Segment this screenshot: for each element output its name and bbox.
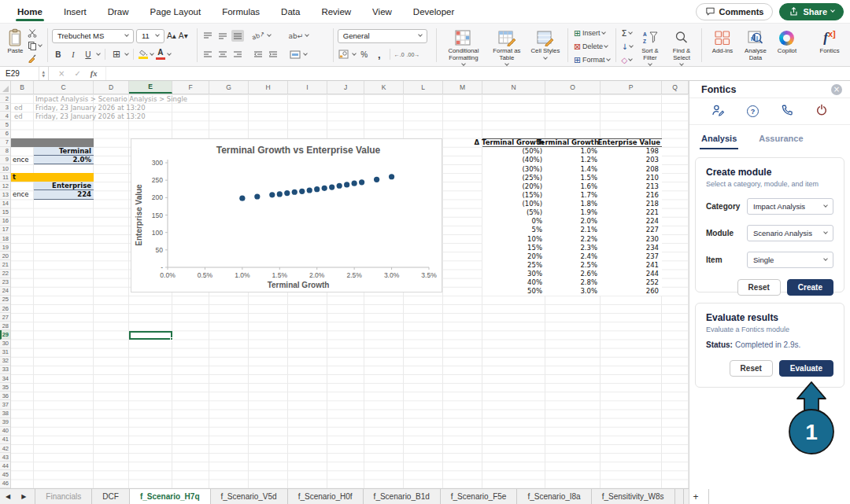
borders-button[interactable]: ⊞ (110, 49, 123, 61)
comments-button[interactable]: Comments (696, 3, 774, 20)
accounting-format-button[interactable] (338, 49, 350, 61)
table-cell[interactable]: 1.6% (545, 182, 601, 190)
table-cell[interactable]: 2.1% (545, 226, 601, 234)
close-pane-icon[interactable]: × (831, 84, 842, 95)
format-as-table-button[interactable]: Format as Table (486, 26, 527, 67)
row-header-16[interactable]: 16 (0, 217, 10, 226)
row-header-25[interactable]: 25 (0, 296, 10, 304)
font-size-select[interactable]: 11 (136, 29, 164, 43)
decrease-decimal-button[interactable]: .00→ (407, 52, 420, 57)
evaluate-button[interactable]: Evaluate (779, 360, 833, 377)
row-header-39[interactable]: 39 (0, 418, 10, 427)
table-cell[interactable]: 1.7% (545, 190, 601, 199)
table-cell[interactable]: 10% (482, 234, 545, 243)
share-button[interactable]: Share (779, 3, 844, 20)
fontics-button[interactable]: fx] Fontics (812, 26, 847, 57)
row-header-31[interactable]: 31 (0, 348, 10, 357)
row-header-15[interactable]: 15 (0, 208, 10, 217)
table-cell[interactable]: 2.0% (545, 217, 601, 226)
phone-icon[interactable] (781, 104, 793, 120)
table-cell[interactable]: 15% (482, 243, 545, 252)
number-format-select[interactable]: General (338, 29, 427, 43)
sheet-tab-f_Scenario_V5d[interactable]: f_Scenario_V5d (211, 489, 288, 504)
percent-style-button[interactable]: % (358, 49, 371, 61)
select-all-corner[interactable] (0, 81, 11, 94)
chevron-down-icon[interactable] (167, 51, 172, 56)
row-header-27[interactable]: 27 (0, 313, 10, 322)
font-color-button[interactable]: A (156, 49, 165, 60)
row-header-41[interactable]: 41 (0, 436, 10, 444)
table-cell[interactable]: 1.9% (545, 208, 601, 217)
profile-edit-icon[interactable] (711, 104, 725, 120)
row-header-10[interactable]: 10 (0, 164, 10, 173)
table-cell[interactable]: (5%) (482, 208, 545, 217)
create-reset-button[interactable]: Reset (737, 279, 781, 296)
table-cell[interactable]: 30% (482, 269, 545, 278)
row-header-43[interactable]: 43 (0, 453, 10, 462)
sheet-tab-f_Scenario_H0f[interactable]: f_Scenario_H0f (288, 489, 364, 504)
formula-input[interactable] (105, 67, 850, 80)
row-header-44[interactable]: 44 (0, 462, 10, 470)
table-cell[interactable]: 221 (601, 208, 662, 217)
row-header-35[interactable]: 35 (0, 383, 10, 392)
table-cell[interactable]: 2.4% (545, 252, 601, 260)
table-cell[interactable]: 1.8% (545, 199, 601, 208)
output-section-band[interactable]: t (11, 173, 94, 182)
row-header-21[interactable]: 21 (0, 260, 10, 269)
input-section-band[interactable] (11, 138, 94, 147)
analyse-data-button[interactable]: Analyse Data (739, 26, 772, 63)
row-header-45[interactable]: 45 (0, 470, 10, 479)
row-header-17[interactable]: 17 (0, 226, 10, 234)
menu-tab-home[interactable]: Home (17, 0, 42, 23)
enter-icon[interactable]: ✓ (74, 69, 80, 78)
prev-sheet-icon[interactable]: ◀ (0, 489, 16, 504)
cell-created-fragment[interactable]: ed (14, 104, 23, 112)
row-header-6[interactable]: 6 (0, 130, 10, 138)
cell-styles-button[interactable]: Cell Styles (527, 26, 564, 61)
row-header-37[interactable]: 37 (0, 400, 10, 409)
row-header-40[interactable]: 40 (0, 427, 10, 436)
column-header-E[interactable]: E (129, 81, 172, 94)
table-cell[interactable]: 237 (601, 252, 662, 260)
table-cell[interactable]: 5% (482, 226, 545, 234)
align-bottom-button[interactable] (231, 30, 244, 42)
table-cell[interactable]: 1.0% (545, 147, 601, 156)
paste-button[interactable]: Paste (5, 26, 26, 57)
add-sheet-button[interactable]: + (683, 489, 709, 504)
scenario-data-table[interactable]: Δ Terminal GrowthTerminal GrowthEnterpri… (482, 138, 662, 296)
table-cell[interactable]: 0% (482, 217, 545, 226)
insert-cells-button[interactable]: ⊞ Insert (574, 28, 610, 39)
grid[interactable]: Impact Analysis > Scenario Analysis > Si… (11, 94, 689, 488)
name-box-stepper[interactable]: ▲ ▼ (39, 67, 48, 80)
help-icon[interactable]: ? (747, 105, 759, 117)
row-header-7[interactable]: 7 (0, 138, 10, 147)
column-header-D[interactable]: D (94, 81, 129, 94)
column-header-H[interactable]: H (249, 81, 288, 94)
chevron-down-icon[interactable] (96, 51, 101, 56)
next-sheet-icon[interactable]: ▶ (16, 489, 31, 504)
column-header-B[interactable]: B (11, 81, 34, 94)
align-right-button[interactable] (231, 49, 244, 61)
row-header-30[interactable]: 30 (0, 340, 10, 348)
cell-created-date[interactable]: Friday, 23 January 2026 at 13:20 (35, 104, 146, 112)
column-header-N[interactable]: N (482, 81, 545, 94)
cut-button[interactable] (28, 28, 42, 39)
column-header-O[interactable]: O (545, 81, 601, 94)
fill-color-button[interactable] (139, 50, 148, 59)
menu-tab-formulas[interactable]: Formulas (222, 0, 260, 23)
table-cell[interactable]: 260 (601, 287, 662, 296)
fill-button[interactable]: ↓ (622, 41, 633, 52)
format-painter-button[interactable] (28, 53, 42, 64)
table-cell[interactable]: 2.2% (545, 234, 601, 243)
column-headers[interactable]: BCDEFGHIJKLMNOPQ (11, 81, 689, 94)
sort-filter-button[interactable]: AZ Sort & Filter (634, 26, 666, 67)
row-header-22[interactable]: 22 (0, 270, 10, 278)
chevron-down-icon[interactable] (303, 51, 308, 56)
align-center-button[interactable] (216, 49, 229, 61)
clear-button[interactable]: ◇ (622, 54, 633, 65)
row-header-8[interactable]: 8 (0, 147, 10, 156)
table-cell[interactable]: (50%) (482, 147, 545, 156)
sheet-tab-f_Scenario_F5e[interactable]: f_Scenario_F5e (441, 489, 518, 504)
decrease-font-size-button[interactable]: A▾ (179, 31, 188, 40)
row-header-33[interactable]: 33 (0, 366, 10, 374)
